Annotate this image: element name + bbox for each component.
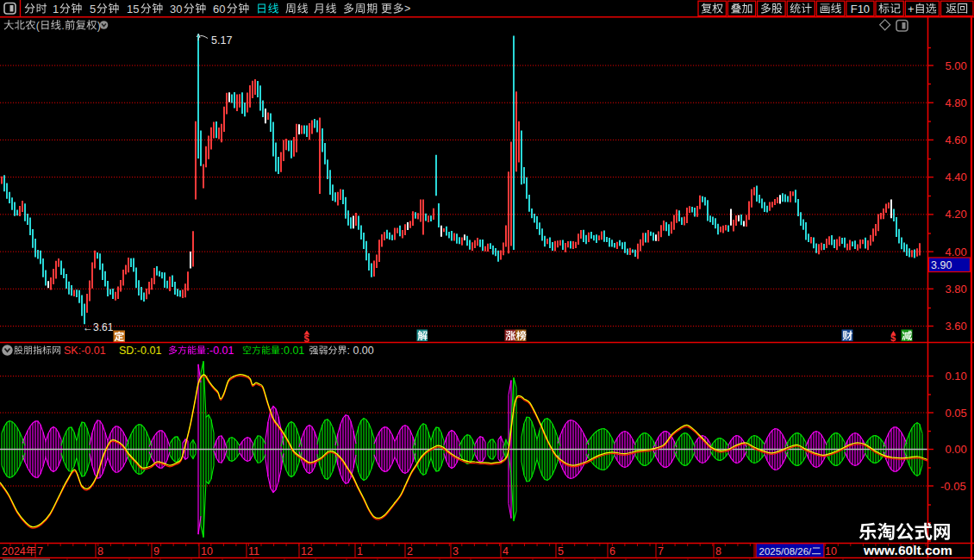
svg-text:8: 8 bbox=[97, 545, 103, 557]
svg-text:F10: F10 bbox=[851, 3, 870, 16]
svg-text:SD:-0.01: SD:-0.01 bbox=[119, 345, 161, 357]
svg-text:1: 1 bbox=[357, 545, 363, 557]
svg-text:4.40: 4.40 bbox=[946, 171, 967, 184]
svg-text:www.60lt.com: www.60lt.com bbox=[863, 543, 952, 557]
svg-text:60: 60 bbox=[213, 3, 225, 16]
svg-text:←3.61: ←3.61 bbox=[83, 321, 114, 333]
svg-text:-0.05: -0.05 bbox=[940, 480, 966, 493]
svg-text:6: 6 bbox=[609, 545, 615, 557]
svg-text:0.10: 0.10 bbox=[946, 370, 967, 383]
svg-text:5.17: 5.17 bbox=[211, 34, 232, 47]
svg-text:11: 11 bbox=[248, 545, 259, 557]
svg-text:7: 7 bbox=[37, 545, 43, 557]
svg-text::-0.01: :-0.01 bbox=[207, 345, 234, 357]
svg-text:2025/08/26/: 2025/08/26/ bbox=[759, 546, 813, 557]
svg-text:1: 1 bbox=[53, 3, 59, 16]
svg-text:10: 10 bbox=[201, 545, 213, 557]
svg-text:0.05: 0.05 bbox=[946, 407, 967, 420]
svg-text:: 0.00: : 0.00 bbox=[347, 345, 374, 357]
svg-text::0.01: :0.01 bbox=[281, 345, 305, 357]
svg-text:4.00: 4.00 bbox=[946, 246, 967, 258]
svg-text:5: 5 bbox=[90, 3, 96, 16]
svg-text:3.60: 3.60 bbox=[946, 320, 967, 333]
svg-text:4: 4 bbox=[503, 545, 509, 557]
svg-text:4.20: 4.20 bbox=[946, 208, 967, 221]
svg-text:7: 7 bbox=[658, 545, 664, 557]
svg-text:5.00: 5.00 bbox=[946, 59, 967, 72]
svg-text:8: 8 bbox=[715, 545, 721, 557]
svg-text:30: 30 bbox=[170, 3, 182, 16]
svg-text:5: 5 bbox=[558, 545, 564, 557]
svg-text:>: > bbox=[404, 3, 410, 15]
svg-text:9: 9 bbox=[153, 545, 159, 557]
svg-text:3.80: 3.80 bbox=[946, 283, 967, 296]
svg-text:0.00: 0.00 bbox=[946, 443, 967, 456]
svg-text:SK:-0.01: SK:-0.01 bbox=[64, 345, 106, 357]
svg-text:3.90: 3.90 bbox=[931, 259, 952, 271]
svg-text:10: 10 bbox=[825, 545, 837, 557]
svg-text:2: 2 bbox=[407, 545, 413, 557]
svg-text:3: 3 bbox=[453, 545, 459, 557]
svg-text:+: + bbox=[908, 3, 915, 16]
svg-text:12: 12 bbox=[301, 545, 313, 557]
svg-text:4.60: 4.60 bbox=[946, 134, 967, 146]
svg-text:15: 15 bbox=[127, 3, 139, 16]
svg-text:$: $ bbox=[890, 333, 896, 343]
svg-text:2024: 2024 bbox=[2, 545, 26, 557]
svg-text:4.80: 4.80 bbox=[946, 96, 967, 109]
svg-text:.: . bbox=[61, 20, 64, 32]
